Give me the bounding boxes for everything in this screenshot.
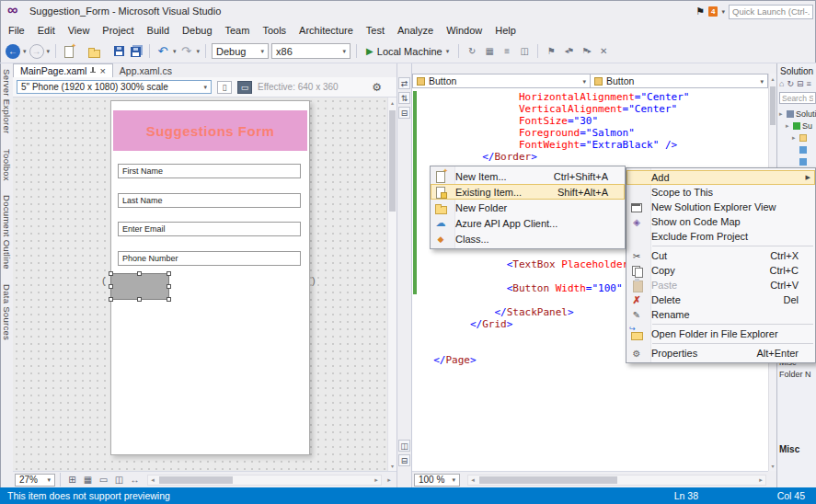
resize-handle[interactable] bbox=[137, 297, 142, 302]
menubar-item-file[interactable]: File bbox=[2, 23, 31, 40]
menu-item-rename[interactable]: Rename bbox=[626, 307, 815, 322]
grid-icon[interactable]: ▦ bbox=[482, 44, 497, 59]
scroll-left-icon[interactable]: ◂ bbox=[468, 476, 477, 484]
gear-icon[interactable]: ⚙ bbox=[372, 81, 382, 94]
solution-platform-select[interactable]: x86 bbox=[271, 43, 351, 59]
side-tab-document-outline[interactable]: Document Outline bbox=[2, 195, 12, 269]
scroll-up-icon[interactable]: ▴ bbox=[769, 75, 776, 82]
menu-item-copy[interactable]: CopyCtrl+C bbox=[626, 263, 815, 278]
vertical-split-icon[interactable]: ◫ bbox=[398, 440, 410, 452]
device-selector[interactable]: 5" Phone (1920 x 1080) 300% scale bbox=[17, 80, 212, 94]
scrollbar-thumb[interactable] bbox=[770, 86, 776, 125]
scroll-down-icon[interactable]: ▾ bbox=[769, 463, 776, 469]
selected-button[interactable] bbox=[110, 273, 169, 300]
resize-handle[interactable] bbox=[109, 297, 113, 302]
solution-configuration-select[interactable]: Debug bbox=[212, 43, 269, 59]
show-grid-icon[interactable]: ▦ bbox=[81, 474, 95, 487]
next-bookmark-icon[interactable]: ⚑▸ bbox=[579, 44, 593, 59]
designer-textbox-enter-email[interactable]: Enter Email bbox=[118, 222, 301, 236]
menu-item-add[interactable]: Add▶ bbox=[626, 170, 815, 185]
pane-splitter[interactable]: ⇄ ⇅ ⊟ ◫ ⊟ bbox=[397, 63, 412, 487]
chevron-down-icon[interactable] bbox=[47, 48, 51, 54]
menu-item-new-folder[interactable]: New Folder bbox=[431, 200, 625, 215]
menubar-item-window[interactable]: Window bbox=[440, 23, 488, 40]
menubar-item-edit[interactable]: Edit bbox=[31, 23, 62, 40]
code-line[interactable]: HorizontalAlignment="Center" bbox=[412, 91, 768, 103]
menubar-item-tools[interactable]: Tools bbox=[256, 23, 293, 40]
ruler-icon[interactable]: ▭ bbox=[97, 474, 110, 487]
code-line[interactable]: FontWeight="ExtraBlack" /> bbox=[412, 139, 768, 151]
breadcrumb-member-select[interactable]: Button bbox=[591, 74, 768, 88]
menu-item-class[interactable]: Class... bbox=[431, 231, 625, 246]
quick-launch-input[interactable] bbox=[729, 5, 813, 19]
tree-expand-icon[interactable]: ▸ bbox=[779, 110, 785, 118]
menubar-item-architecture[interactable]: Architecture bbox=[293, 23, 360, 40]
anchor-left-icon[interactable]: ( bbox=[102, 275, 106, 286]
menubar-item-build[interactable]: Build bbox=[141, 23, 176, 40]
designer-textbox-phone-number[interactable]: Phone Number bbox=[118, 251, 301, 266]
tab-mainpage-xaml[interactable]: MainPage.xaml × bbox=[13, 63, 113, 77]
editor-zoom-select[interactable]: 100 % bbox=[414, 474, 460, 487]
anchor-right-icon[interactable]: ) bbox=[312, 275, 316, 286]
scrollbar-thumb[interactable] bbox=[389, 110, 396, 212]
chevron-down-icon[interactable] bbox=[721, 8, 725, 15]
resize-handle[interactable] bbox=[137, 271, 142, 276]
resize-handle[interactable] bbox=[167, 284, 171, 289]
side-tab-toolbox[interactable]: Toolbox bbox=[2, 149, 12, 181]
designer-horizontal-scrollbar[interactable]: ◂ ▸ bbox=[147, 475, 382, 486]
open-file-icon[interactable] bbox=[86, 45, 101, 58]
tree-item[interactable] bbox=[777, 143, 816, 155]
scroll-right-icon[interactable]: ▸ bbox=[372, 476, 381, 484]
horizontal-split-icon[interactable]: ⊟ bbox=[398, 454, 410, 466]
refresh-icon[interactable]: ↻ bbox=[465, 44, 479, 59]
scroll-left-icon[interactable]: ◂ bbox=[148, 476, 157, 484]
side-tab-data-sources[interactable]: Data Sources bbox=[2, 284, 12, 340]
redo-icon[interactable]: ↷ bbox=[179, 44, 194, 59]
navigate-back-button[interactable]: ← bbox=[6, 44, 20, 59]
home-icon[interactable]: ⌂ bbox=[779, 79, 784, 88]
property-row-folder-n[interactable]: Folder N bbox=[777, 370, 816, 382]
chevron-down-icon[interactable] bbox=[23, 48, 27, 54]
code-line[interactable]: </Border> bbox=[412, 151, 768, 163]
scroll-right-icon[interactable]: ▸ bbox=[756, 476, 765, 484]
scrollbar-thumb[interactable] bbox=[479, 476, 617, 484]
tree-expand-icon[interactable]: ▸ bbox=[792, 134, 798, 142]
designer-zoom-select[interactable]: 27% bbox=[15, 474, 55, 487]
previous-bookmark-icon[interactable]: ◂⚑ bbox=[561, 44, 576, 59]
clear-bookmarks-icon[interactable]: ✕ bbox=[596, 44, 611, 59]
scrollbar-thumb[interactable] bbox=[159, 476, 233, 484]
chevron-down-icon[interactable] bbox=[173, 48, 177, 54]
undo-icon[interactable]: ↶ bbox=[155, 44, 170, 59]
swap-panes-icon[interactable]: ⇄ bbox=[398, 77, 410, 89]
save-icon[interactable] bbox=[111, 44, 126, 59]
menu-item-delete[interactable]: DeleteDel bbox=[626, 292, 815, 307]
menu-item-show-on-code-map[interactable]: Show on Code Map bbox=[626, 214, 815, 229]
menubar-item-analyze[interactable]: Analyze bbox=[391, 23, 440, 40]
new-file-icon[interactable] bbox=[62, 45, 76, 58]
designer-textbox-first-name[interactable]: First Name bbox=[118, 164, 301, 178]
menubar-item-team[interactable]: Team bbox=[219, 23, 257, 40]
menubar-item-help[interactable]: Help bbox=[488, 23, 523, 40]
split-window-icon[interactable]: ◫ bbox=[517, 44, 532, 59]
list-icon[interactable]: ≡ bbox=[500, 44, 514, 59]
snap-grid-icon[interactable]: ⊞ bbox=[65, 474, 79, 487]
save-all-icon[interactable] bbox=[129, 44, 144, 59]
resize-handle[interactable] bbox=[167, 297, 171, 302]
code-line[interactable]: FontSize="30" bbox=[412, 115, 768, 127]
collapse-pane-icon[interactable]: ⊟ bbox=[398, 107, 410, 119]
solution-search-input[interactable] bbox=[779, 92, 816, 104]
menu-item-existing-item[interactable]: Existing Item...Shift+Alt+A bbox=[431, 184, 625, 200]
notifications-flag-icon[interactable]: ⚑ bbox=[695, 6, 705, 17]
scroll-right-icon[interactable]: ▸ bbox=[384, 476, 395, 484]
list-icon[interactable]: ≡ bbox=[807, 79, 811, 88]
bookmark-icon[interactable]: ⚑ bbox=[544, 44, 558, 59]
designer-vertical-scrollbar[interactable]: ▴ ▾ bbox=[387, 97, 397, 471]
designer-textbox-last-name[interactable]: Last Name bbox=[118, 193, 301, 208]
resize-handle[interactable] bbox=[167, 271, 171, 276]
close-icon[interactable]: × bbox=[99, 66, 105, 76]
breadcrumb-element-select[interactable]: Button bbox=[412, 74, 591, 88]
scroll-up-icon[interactable]: ▴ bbox=[388, 99, 397, 106]
start-debugging-button[interactable]: ▶ Local Machine bbox=[362, 46, 453, 57]
side-tab-server-explorer[interactable]: Server Explorer bbox=[2, 69, 12, 134]
resize-handle[interactable] bbox=[109, 271, 113, 276]
